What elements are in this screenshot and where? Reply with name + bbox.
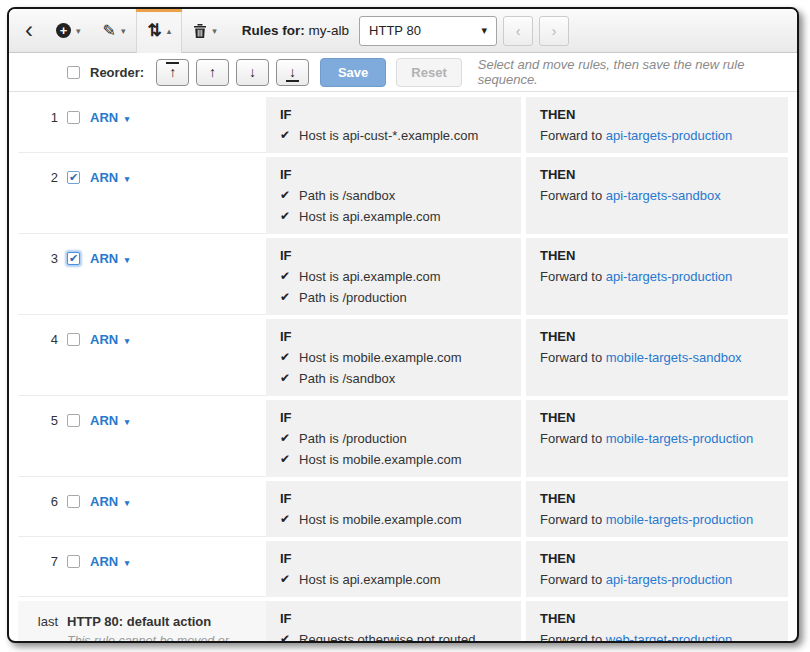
rule-condition: ✔Path is /sandbox bbox=[280, 187, 507, 204]
then-label: THEN bbox=[540, 166, 774, 183]
check-icon: ✔ bbox=[280, 208, 290, 225]
rule-left-6: 6 ARN ▾ bbox=[18, 481, 266, 537]
if-cell: IF ✔Host is api.example.com ✔Path is /pr… bbox=[266, 238, 521, 315]
rule-checkbox[interactable] bbox=[67, 495, 80, 508]
rule-checkbox[interactable] bbox=[67, 414, 80, 427]
reorder-toolbar: Reorder: ↑ ↑ ↓ ↓ Save Reset Select and m… bbox=[9, 53, 797, 92]
arn-link[interactable]: ARN ▾ bbox=[90, 170, 129, 185]
then-label: THEN bbox=[540, 550, 774, 567]
arn-link[interactable]: ARN ▾ bbox=[90, 554, 129, 569]
target-group-link[interactable]: api-targets-production bbox=[606, 572, 732, 587]
rule-checkbox[interactable] bbox=[67, 555, 80, 568]
check-icon: ✔ bbox=[280, 571, 290, 588]
if-cell: IF ✔Host is api.example.com bbox=[266, 541, 521, 597]
target-group-link[interactable]: mobile-targets-sandbox bbox=[606, 350, 742, 365]
rule-row-default: last HTTP 80: default action This rule c… bbox=[18, 601, 788, 643]
target-group-link[interactable]: web-target-production bbox=[606, 632, 732, 643]
if-label: IF bbox=[280, 610, 507, 627]
if-cell: IF ✔Requests otherwise not routed bbox=[266, 601, 521, 643]
rules-for-text: Rules for: bbox=[242, 23, 305, 38]
move-up-button[interactable]: ↑ bbox=[196, 59, 229, 86]
move-to-top-button[interactable]: ↑ bbox=[156, 59, 189, 86]
rule-left-default: last HTTP 80: default action This rule c… bbox=[18, 601, 266, 643]
reset-button[interactable]: Reset bbox=[396, 58, 461, 87]
back-icon[interactable]: ‹ bbox=[17, 18, 45, 44]
then-label: THEN bbox=[540, 106, 774, 123]
rule-row-1: 1 ARN ▾ IF ✔Host is api-cust-*.example.c… bbox=[18, 97, 788, 153]
then-cell: THEN Forward to mobile-targets-productio… bbox=[526, 481, 788, 537]
save-button[interactable]: Save bbox=[320, 58, 386, 87]
target-group-link[interactable]: api-targets-production bbox=[606, 269, 732, 284]
rule-number: 2 bbox=[18, 170, 58, 186]
rule-left-1: 1 ARN ▾ bbox=[18, 97, 266, 153]
next-listener-button[interactable]: › bbox=[539, 16, 569, 46]
chevron-down-icon: ▾ bbox=[125, 498, 130, 508]
target-group-link[interactable]: api-targets-production bbox=[606, 128, 732, 143]
forward-to-label: Forward to bbox=[540, 269, 602, 284]
chevron-right-icon: › bbox=[552, 23, 557, 39]
arn-link[interactable]: ARN ▾ bbox=[90, 110, 129, 125]
rule-row-2: 2 ✔ ARN ▾ IF ✔Path is /sandbox ✔Host is … bbox=[18, 157, 788, 234]
move-to-bottom-button[interactable]: ↓ bbox=[276, 59, 309, 86]
rule-number: 3 bbox=[18, 251, 58, 267]
check-icon: ✔ bbox=[280, 349, 290, 366]
condition-text: Host is mobile.example.com bbox=[299, 511, 462, 528]
chevron-down-icon: ▾ bbox=[121, 26, 126, 36]
condition-text: Host is api.example.com bbox=[299, 268, 441, 285]
previous-listener-button[interactable]: ‹ bbox=[503, 16, 533, 46]
rule-condition: ✔Host is mobile.example.com bbox=[280, 349, 507, 366]
rule-left-2: 2 ✔ ARN ▾ bbox=[18, 157, 266, 234]
rule-row-3: 3 ✔ ARN ▾ IF ✔Host is api.example.com ✔P… bbox=[18, 238, 788, 315]
arn-link[interactable]: ARN ▾ bbox=[90, 413, 129, 428]
move-to-top-icon: ↑ bbox=[169, 65, 176, 79]
chevron-down-icon: ▾ bbox=[125, 174, 130, 184]
then-cell: THEN Forward to mobile-targets-sandbox bbox=[526, 319, 788, 396]
add-rule-button[interactable]: + ▾ bbox=[45, 9, 92, 53]
rule-checkbox[interactable] bbox=[67, 111, 80, 124]
if-label: IF bbox=[280, 490, 507, 507]
forward-action: Forward to api-targets-sandbox bbox=[540, 187, 774, 204]
condition-text: Host is mobile.example.com bbox=[299, 451, 462, 468]
rule-number: last bbox=[18, 614, 58, 630]
rules-for-label: Rules for: my-alb bbox=[242, 23, 349, 38]
rule-condition: ✔Host is mobile.example.com bbox=[280, 451, 507, 468]
select-all-checkbox[interactable] bbox=[67, 66, 80, 79]
pencil-icon: ✎ bbox=[103, 21, 116, 40]
reorder-rules-button[interactable]: ⇅ ▴ bbox=[136, 9, 182, 53]
rule-condition: ✔Host is mobile.example.com bbox=[280, 511, 507, 528]
arn-link[interactable]: ARN ▾ bbox=[90, 251, 129, 266]
trash-icon bbox=[193, 23, 207, 39]
check-icon: ✔ bbox=[280, 187, 290, 204]
check-icon: ✔ bbox=[280, 631, 290, 643]
chevron-down-icon: ▾ bbox=[76, 26, 81, 36]
if-label: IF bbox=[280, 328, 507, 345]
forward-action: Forward to api-targets-production bbox=[540, 268, 774, 285]
listener-dropdown[interactable]: HTTP 80 ▾ bbox=[359, 16, 497, 46]
move-down-button[interactable]: ↓ bbox=[236, 59, 269, 86]
check-icon: ✔ bbox=[280, 451, 290, 468]
check-icon: ✔ bbox=[280, 430, 290, 447]
rule-row-4: 4 ARN ▾ IF ✔Host is mobile.example.com ✔… bbox=[18, 319, 788, 396]
target-group-link[interactable]: api-targets-sandbox bbox=[606, 188, 721, 203]
delete-rule-button[interactable]: ▾ bbox=[182, 9, 228, 53]
rule-left-7: 7 ARN ▾ bbox=[18, 541, 266, 597]
forward-action: Forward to mobile-targets-production bbox=[540, 430, 774, 447]
arn-label: ARN bbox=[90, 554, 118, 569]
condition-text: Path is /sandbox bbox=[299, 370, 395, 387]
target-group-link[interactable]: mobile-targets-production bbox=[606, 431, 753, 446]
if-cell: IF ✔Path is /production ✔Host is mobile.… bbox=[266, 400, 521, 477]
forward-action: Forward to mobile-targets-sandbox bbox=[540, 349, 774, 366]
rule-left-5: 5 ARN ▾ bbox=[18, 400, 266, 477]
rule-checkbox[interactable]: ✔ bbox=[67, 171, 80, 184]
target-group-link[interactable]: mobile-targets-production bbox=[606, 512, 753, 527]
forward-to-label: Forward to bbox=[540, 572, 602, 587]
rule-number: 4 bbox=[18, 332, 58, 348]
then-label: THEN bbox=[540, 610, 774, 627]
chevron-up-icon: ▴ bbox=[167, 26, 172, 36]
rule-checkbox[interactable]: ✔ bbox=[67, 252, 80, 265]
edit-rule-button[interactable]: ✎ ▾ bbox=[92, 9, 137, 53]
arn-link[interactable]: ARN ▾ bbox=[90, 332, 129, 347]
rule-condition: ✔Path is /production bbox=[280, 289, 507, 306]
arn-link[interactable]: ARN ▾ bbox=[90, 494, 129, 509]
rule-checkbox[interactable] bbox=[67, 333, 80, 346]
